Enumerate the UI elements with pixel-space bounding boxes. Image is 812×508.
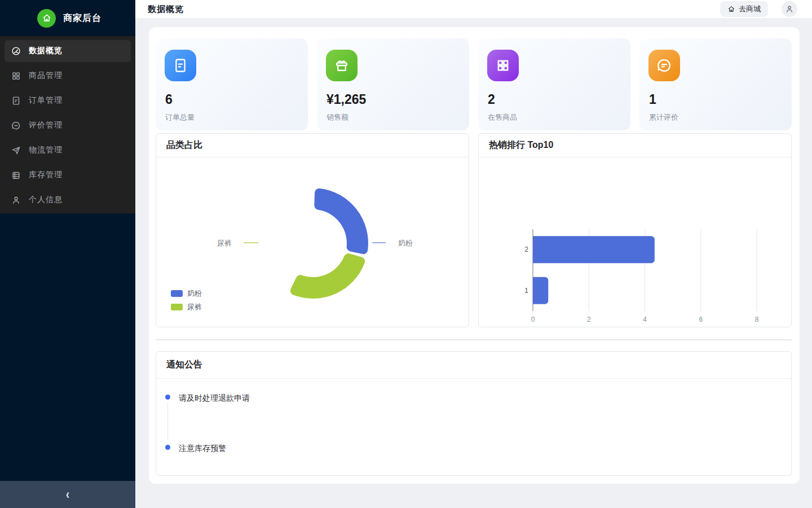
sidebar-item-profile[interactable]: 个人信息	[0, 187, 135, 212]
user-icon	[785, 5, 794, 14]
stat-value: ¥1,265	[326, 92, 366, 107]
notices-card: 通知公告 请及时处理退款申请 注意库存预警	[156, 351, 792, 476]
stat-label: 销售额	[326, 112, 348, 122]
notice-dot	[165, 395, 170, 400]
stat-label: 订单总量	[165, 112, 195, 122]
reviews-chat-icon	[11, 121, 21, 130]
sidebar-collapse-button[interactable]: ‹	[0, 481, 135, 508]
donut-slice-奶粉	[314, 189, 368, 255]
timeline-tail	[167, 403, 168, 440]
gift-icon	[326, 50, 358, 81]
donut-label-left: 尿裤	[198, 238, 232, 248]
top-header: 数据概览 去商城	[135, 0, 812, 18]
orders-doc-icon	[11, 96, 21, 106]
stat-card-products: 2 在售商品	[478, 38, 630, 130]
products-grid-icon	[11, 71, 21, 81]
stat-value: 1	[649, 92, 656, 107]
bar-chart-title: 热销排行 Top10	[489, 139, 553, 151]
logistics-send-icon	[11, 146, 21, 155]
shop-home-icon	[727, 5, 735, 13]
y-category-label: 2	[524, 246, 528, 253]
home-logo-icon	[37, 9, 56, 28]
chat-icon	[648, 50, 680, 81]
go-to-shop-label: 去商城	[739, 4, 761, 14]
x-tick-label: 6	[699, 316, 703, 323]
go-to-shop-button[interactable]: 去商城	[720, 1, 768, 17]
sidebar-item-orders[interactable]: 订单管理	[0, 88, 135, 113]
stat-card-sales: ¥1,265 销售额	[317, 38, 469, 130]
page-title: 数据概览	[148, 4, 184, 15]
x-tick-label: 4	[643, 316, 647, 323]
chevron-left-icon: ‹	[66, 488, 69, 501]
notice-item: 请及时处理退款申请	[179, 393, 250, 404]
order-doc-icon	[165, 50, 196, 81]
donut-legend: 奶粉 尿裤	[171, 287, 202, 314]
notice-item: 注意库存预警	[179, 444, 226, 454]
card-header: 通知公告	[156, 352, 791, 379]
stat-value: 6	[165, 92, 173, 107]
card-header: 热销排行 Top10	[479, 134, 791, 157]
bar-1	[533, 277, 548, 304]
app-logo: 商家后台	[0, 0, 135, 36]
stat-value: 2	[488, 92, 495, 107]
sidebar-item-inventory[interactable]: 库存管理	[0, 163, 135, 187]
y-category-label: 1	[524, 287, 528, 295]
profile-user-icon	[11, 195, 21, 205]
top-sales-card: 热销排行 Top10 0246821	[478, 133, 792, 327]
x-tick-label: 0	[531, 316, 535, 323]
legend-item-milk[interactable]: 奶粉	[171, 287, 202, 300]
grid-icon	[487, 50, 519, 81]
notices-title: 通知公告	[166, 359, 202, 371]
legend-swatch	[171, 290, 183, 297]
card-header: 品类占比	[156, 134, 469, 157]
donut-chart-title: 品类占比	[166, 139, 202, 151]
sidebar-item-logistics[interactable]: 物流管理	[0, 138, 135, 163]
stat-label: 累计评价	[649, 112, 678, 122]
stat-card-orders: 6 订单总量	[156, 38, 308, 130]
sidebar-item-data-overview[interactable]: 数据概览	[0, 38, 135, 63]
legend-item-diaper[interactable]: 尿裤	[171, 300, 202, 314]
category-share-card: 品类占比 尿裤 奶粉 奶粉 尿裤	[156, 133, 469, 327]
notice-dot	[165, 445, 170, 450]
x-tick-label: 2	[587, 316, 591, 323]
dashboard-icon	[11, 46, 21, 56]
sidebar: 商家后台 数据概览 商品管理	[0, 0, 135, 508]
section-divider	[156, 339, 792, 340]
inventory-box-icon	[11, 170, 21, 180]
legend-swatch	[171, 304, 183, 310]
sidebar-item-reviews[interactable]: 评价管理	[0, 113, 135, 138]
app-title: 商家后台	[63, 12, 102, 24]
x-tick-label: 8	[755, 316, 759, 323]
stat-card-reviews: 1 累计评价	[639, 38, 792, 130]
bar-2	[533, 236, 655, 263]
sidebar-menu: 数据概览 商品管理 订单管理	[0, 36, 135, 213]
donut-slice-尿裤	[290, 253, 365, 299]
top-sales-bar-chart: 0246821	[479, 157, 791, 328]
donut-label-right: 奶粉	[398, 238, 413, 248]
stat-label: 在售商品	[488, 112, 517, 122]
sidebar-item-products[interactable]: 商品管理	[0, 63, 135, 88]
user-avatar-button[interactable]	[782, 1, 797, 17]
